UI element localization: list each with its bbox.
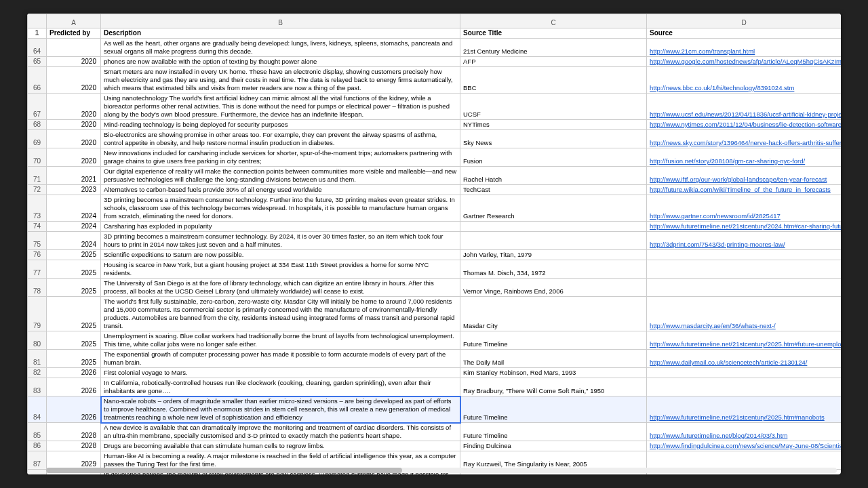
cell-predicted-by[interactable]: 2024 bbox=[47, 195, 101, 222]
cell-description[interactable]: As well as the heart, other organs are g… bbox=[101, 39, 460, 57]
cell-source[interactable]: http://www.findingdulcinea.com/news/scie… bbox=[647, 441, 842, 451]
row-number[interactable]: 68 bbox=[28, 120, 47, 130]
cell-source-title[interactable]: Masdar City bbox=[460, 297, 647, 331]
cell-description[interactable]: Smart meters are now installed in every … bbox=[101, 67, 460, 94]
cell-predicted-by[interactable]: 2028 bbox=[47, 423, 101, 441]
cell-source-title[interactable]: Future Timeline bbox=[460, 423, 647, 441]
row-number[interactable]: 85 bbox=[28, 423, 47, 441]
cell-source[interactable]: http://future.wikia.com/wiki/Timeline_of… bbox=[647, 185, 842, 195]
cell-description[interactable]: Nano-scale robots – orders of magnitude … bbox=[101, 396, 460, 423]
cell-predicted-by[interactable]: 2020 bbox=[47, 94, 101, 120]
cell-description[interactable]: Mind-reading technology is being deploye… bbox=[101, 120, 460, 130]
cell-source[interactable] bbox=[647, 250, 842, 260]
cell-source[interactable]: http://3dprint.com/7543/3d-printing-moor… bbox=[647, 232, 842, 250]
cell-description[interactable]: Drugs are becoming available that can st… bbox=[101, 441, 460, 451]
column-header[interactable]: Source Title bbox=[460, 28, 647, 39]
cell-description[interactable]: Housing is scarce in New York, but a gia… bbox=[101, 260, 460, 279]
source-link[interactable]: http://www.dailymail.co.uk/sciencetech/a… bbox=[650, 359, 807, 366]
cell-description[interactable]: Unemployment is soaring. Blue collar wor… bbox=[101, 331, 460, 350]
row-number[interactable]: 66 bbox=[28, 67, 47, 94]
cell-description[interactable]: The University of San Diego is at the fo… bbox=[101, 279, 460, 297]
cell-source[interactable]: http://www.nytimes.com/2011/12/04/busine… bbox=[647, 120, 842, 130]
row-number[interactable]: 86 bbox=[28, 441, 47, 451]
cell-source[interactable] bbox=[647, 279, 842, 297]
source-link[interactable]: http://news.bbc.co.uk/1/hi/technology/83… bbox=[650, 84, 794, 92]
col-header-D[interactable]: D bbox=[647, 14, 842, 28]
cell-description[interactable]: The world's first fully sustainable, zer… bbox=[101, 297, 460, 331]
cell-source[interactable]: http://www.iftf.org/our-work/global-land… bbox=[647, 167, 842, 185]
source-link[interactable]: http://www.futuretimeline.net/blog/2014/… bbox=[650, 432, 787, 439]
row-number[interactable]: 75 bbox=[28, 232, 47, 250]
source-link[interactable]: http://fusion.net/story/208108/gm-car-sh… bbox=[650, 157, 805, 165]
cell-predicted-by[interactable]: 2026 bbox=[47, 378, 101, 396]
cell-description[interactable]: 3D printing becomes a mainstream consume… bbox=[101, 195, 460, 222]
cell-source[interactable] bbox=[647, 378, 842, 396]
cell-source[interactable]: http://www.dailymail.co.uk/sciencetech/a… bbox=[647, 350, 842, 368]
cell-source-title[interactable]: Thomas M. Disch, 334, 1972 bbox=[460, 260, 647, 279]
cell-description[interactable]: Carsharing has exploded in popularity bbox=[101, 222, 460, 232]
cell-predicted-by[interactable]: 2020 bbox=[47, 130, 101, 148]
cell-description[interactable]: Our digital experience of reality will m… bbox=[101, 167, 460, 185]
cell-predicted-by[interactable]: 2020 bbox=[47, 148, 101, 167]
row-number[interactable]: 84 bbox=[28, 396, 47, 423]
col-header-A[interactable]: A bbox=[47, 14, 101, 28]
cell-source-title[interactable]: NYTimes bbox=[460, 120, 647, 130]
cell-source[interactable]: http://news.bbc.co.uk/1/hi/technology/83… bbox=[647, 67, 842, 94]
row-number[interactable]: 74 bbox=[28, 222, 47, 232]
source-link[interactable]: http://3dprint.com/7543/3d-printing-moor… bbox=[650, 241, 785, 248]
cell-predicted-by[interactable]: 2023 bbox=[47, 185, 101, 195]
cell-source-title[interactable]: BBC bbox=[460, 67, 647, 94]
row-number[interactable]: 82 bbox=[28, 368, 47, 378]
cell-source[interactable]: http://news.sky.com/story/1396464/nerve-… bbox=[647, 130, 842, 148]
cell-source-title[interactable]: Vernor Vinge, Rainbows End, 2006 bbox=[460, 279, 647, 297]
cell-description[interactable]: Human-like AI is becoming a reality. A m… bbox=[101, 451, 460, 470]
source-link[interactable]: http://www.gartner.com/newsroom/id/28254… bbox=[650, 212, 781, 220]
spreadsheet-table[interactable]: A B C D 1Predicted byDescriptionSource T… bbox=[27, 14, 841, 474]
horizontal-scrollbar[interactable] bbox=[46, 468, 837, 473]
cell-source-title[interactable]: Ray Kurzweil, The Singularity is Near, 2… bbox=[460, 451, 647, 470]
cell-source-title[interactable]: AFP bbox=[460, 57, 647, 67]
cell-predicted-by[interactable]: 2029 bbox=[47, 451, 101, 470]
row-number[interactable]: 72 bbox=[28, 185, 47, 195]
cell-source[interactable]: http://www.futuretimeline.net/21stcentur… bbox=[647, 396, 842, 423]
cell-source-title[interactable]: TechCast bbox=[460, 185, 647, 195]
row-number[interactable]: 88 bbox=[28, 470, 47, 475]
cell-description[interactable]: Using nanotechnology The world's first a… bbox=[101, 94, 460, 120]
cell-source-title[interactable]: The Daily Mail bbox=[460, 350, 647, 368]
cell-source[interactable]: http://www.futuretimeline.net/blog/2014/… bbox=[647, 423, 842, 441]
source-link[interactable]: http://www.futuretimeline.net/21stcentur… bbox=[650, 222, 841, 230]
column-header[interactable]: Description bbox=[101, 28, 460, 39]
source-link[interactable]: http://www.futuretimeline.net/21stcentur… bbox=[650, 340, 841, 348]
source-link[interactable]: http://www.masdarcity.ae/en/36/whats-nex… bbox=[650, 322, 776, 329]
source-link[interactable]: http://www.nytimes.com/2011/12/04/busine… bbox=[650, 121, 841, 128]
col-header-B[interactable]: B bbox=[101, 14, 460, 28]
cell-description[interactable]: A new device is available that can drama… bbox=[101, 423, 460, 441]
horizontal-scrollbar-thumb[interactable] bbox=[46, 468, 402, 473]
cell-predicted-by[interactable]: 2025 bbox=[47, 331, 101, 350]
cell-description[interactable]: phones are now available with the option… bbox=[101, 57, 460, 67]
cell-source[interactable]: http://www.futuretimeline.net/21stcentur… bbox=[647, 331, 842, 350]
cell-description[interactable]: In California, robotically-controlled ho… bbox=[101, 378, 460, 396]
cell-source[interactable] bbox=[647, 368, 842, 378]
cell-predicted-by[interactable]: 2020 bbox=[47, 57, 101, 67]
source-link[interactable]: http://www.ucsf.edu/news/2012/04/11836/u… bbox=[650, 110, 841, 118]
cell-description[interactable]: Scientific expeditions to Saturn are now… bbox=[101, 250, 460, 260]
cell-source-title[interactable]: Gartner Research bbox=[460, 195, 647, 222]
cell-description[interactable]: 3D printing becomes a mainstream consume… bbox=[101, 232, 460, 250]
cell-predicted-by[interactable]: 2025 bbox=[47, 279, 101, 297]
row-number[interactable]: 79 bbox=[28, 297, 47, 331]
cell-description[interactable]: First colonial voyage to Mars. bbox=[101, 368, 460, 378]
cell-predicted-by[interactable]: 2026 bbox=[47, 368, 101, 378]
cell-source-title[interactable]: John Varley, Titan, 1979 bbox=[460, 250, 647, 260]
cell-predicted-by[interactable] bbox=[47, 39, 101, 57]
row-number[interactable]: 71 bbox=[28, 167, 47, 185]
source-link[interactable]: http://news.sky.com/story/1396464/nerve-… bbox=[650, 139, 841, 146]
cell-predicted-by[interactable]: 2024 bbox=[47, 232, 101, 250]
column-header[interactable]: Source bbox=[647, 28, 842, 39]
cell-source-title[interactable]: Future Timeline bbox=[460, 331, 647, 350]
source-link[interactable]: http://future.wikia.com/wiki/Timeline_of… bbox=[650, 186, 831, 193]
row-number[interactable]: 87 bbox=[28, 451, 47, 470]
row-number[interactable]: 73 bbox=[28, 195, 47, 222]
cell-predicted-by[interactable]: 2028 bbox=[47, 441, 101, 451]
cell-source-title[interactable]: Finding Dulcinea bbox=[460, 441, 647, 451]
